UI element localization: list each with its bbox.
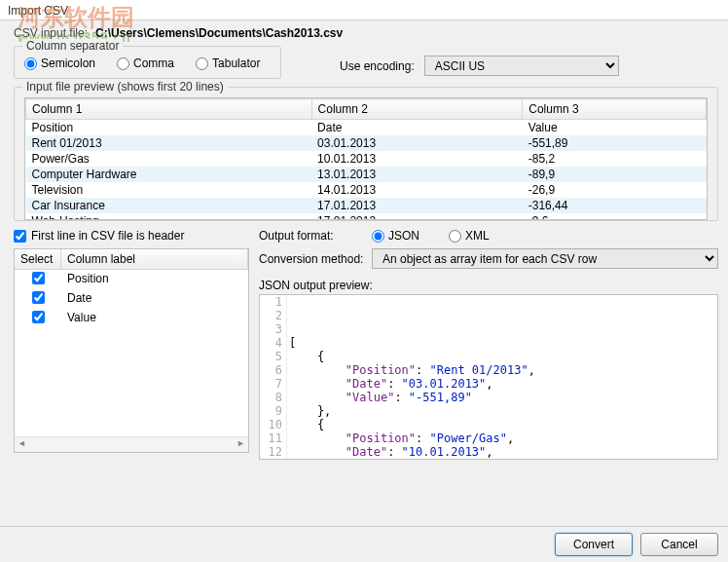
table-cell: Position bbox=[26, 120, 312, 136]
table-cell: -89,9 bbox=[523, 167, 707, 182]
column-select-checkbox[interactable] bbox=[32, 311, 45, 323]
output-xml[interactable]: XML bbox=[449, 229, 490, 243]
table-cell: 03.01.2013 bbox=[311, 135, 523, 151]
separator-tabulator-radio[interactable] bbox=[196, 57, 208, 70]
preview-table[interactable]: Column 1 Column 2 Column 3 PositionDateV… bbox=[24, 97, 708, 220]
table-cell: 14.01.2013 bbox=[311, 182, 523, 198]
output-json-radio[interactable] bbox=[372, 230, 384, 243]
cancel-button[interactable]: Cancel bbox=[640, 533, 718, 556]
table-cell: Computer Hardware bbox=[26, 167, 312, 182]
separator-legend: Column separator bbox=[22, 39, 123, 53]
separator-comma[interactable]: Comma bbox=[117, 56, 174, 70]
column-label-text: Date bbox=[61, 289, 248, 309]
conversion-method-select[interactable]: An object as array item for each CSV row bbox=[372, 248, 718, 269]
table-row[interactable]: Car Insurance17.01.2013-316,44 bbox=[26, 198, 707, 213]
table-row[interactable]: Power/Gas10.01.2013-85,2 bbox=[26, 151, 707, 167]
separator-comma-radio[interactable] bbox=[117, 57, 129, 70]
column-labels-list[interactable]: Select Column label PositionDateValue ◄ … bbox=[14, 248, 249, 453]
table-cell: 17.01.2013 bbox=[311, 213, 523, 220]
table-cell: -316,44 bbox=[523, 198, 707, 213]
separator-semicolon-radio[interactable] bbox=[24, 57, 37, 70]
preview-legend: Input file preview (shows first 20 lines… bbox=[22, 80, 228, 94]
labels-scrollbar-x[interactable]: ◄ ► bbox=[15, 436, 248, 452]
separator-tabulator[interactable]: Tabulator bbox=[196, 56, 260, 70]
table-cell: Power/Gas bbox=[26, 151, 312, 167]
preview-col2-header[interactable]: Column 2 bbox=[311, 99, 523, 120]
table-cell: 17.01.2013 bbox=[311, 198, 523, 213]
labels-header-select[interactable]: Select bbox=[15, 249, 61, 269]
list-item[interactable]: Position bbox=[15, 270, 248, 289]
column-label-text: Position bbox=[61, 270, 248, 289]
table-cell: Television bbox=[26, 182, 312, 198]
json-preview[interactable]: 1 2 3 4 5 6 7 8 9 10 11 12 13 [ { "Posit… bbox=[259, 294, 718, 460]
table-row[interactable]: Rent 01/201303.01.2013-551,89 bbox=[26, 135, 707, 151]
csv-file-label: CSV input file: bbox=[14, 26, 88, 40]
table-cell: Value bbox=[523, 120, 707, 136]
column-label-text: Value bbox=[61, 309, 248, 328]
list-item[interactable]: Value bbox=[15, 309, 248, 328]
window-title: Import CSV bbox=[0, 0, 728, 20]
table-cell: Rent 01/2013 bbox=[26, 135, 312, 151]
conversion-method-label: Conversion method: bbox=[259, 252, 372, 266]
output-xml-radio[interactable] bbox=[449, 230, 461, 243]
preview-col3-header[interactable]: Column 3 bbox=[523, 99, 707, 120]
preview-col1-header[interactable]: Column 1 bbox=[26, 99, 312, 120]
first-line-header-checkbox[interactable] bbox=[14, 230, 26, 243]
table-cell: -26,9 bbox=[523, 182, 707, 198]
table-row[interactable]: Web-Hosting17.01.2013-9.6 bbox=[26, 213, 707, 220]
csv-file-path: C:\Users\Clemens\Documents\Cash2013.csv bbox=[95, 26, 343, 40]
first-line-header[interactable]: First line in CSV file is header bbox=[14, 229, 249, 243]
json-preview-label: JSON output preview: bbox=[259, 279, 718, 292]
table-cell: -85,2 bbox=[523, 151, 707, 167]
table-cell: 13.01.2013 bbox=[311, 167, 523, 182]
table-cell: -9.6 bbox=[523, 213, 707, 220]
labels-header-label[interactable]: Column label bbox=[61, 249, 248, 269]
table-cell: Date bbox=[311, 120, 523, 136]
output-json[interactable]: JSON bbox=[372, 229, 419, 243]
scroll-right-icon[interactable]: ► bbox=[236, 438, 246, 452]
output-format-label: Output format: bbox=[259, 229, 372, 243]
table-cell: 10.01.2013 bbox=[311, 151, 523, 167]
table-cell: Web-Hosting bbox=[26, 213, 312, 220]
table-row[interactable]: PositionDateValue bbox=[26, 120, 707, 136]
table-row[interactable]: Television14.01.2013-26,9 bbox=[26, 182, 707, 198]
table-cell: -551,89 bbox=[523, 135, 707, 151]
column-select-checkbox[interactable] bbox=[32, 291, 45, 304]
encoding-label: Use encoding: bbox=[340, 59, 415, 73]
column-select-checkbox[interactable] bbox=[32, 272, 45, 284]
table-row[interactable]: Computer Hardware13.01.2013-89,9 bbox=[26, 167, 707, 182]
scroll-left-icon[interactable]: ◄ bbox=[17, 438, 27, 452]
convert-button[interactable]: Convert bbox=[555, 533, 633, 556]
table-cell: Car Insurance bbox=[26, 198, 312, 213]
list-item[interactable]: Date bbox=[15, 289, 248, 309]
separator-semicolon[interactable]: Semicolon bbox=[24, 56, 95, 70]
encoding-select[interactable]: ASCII US bbox=[424, 56, 619, 76]
